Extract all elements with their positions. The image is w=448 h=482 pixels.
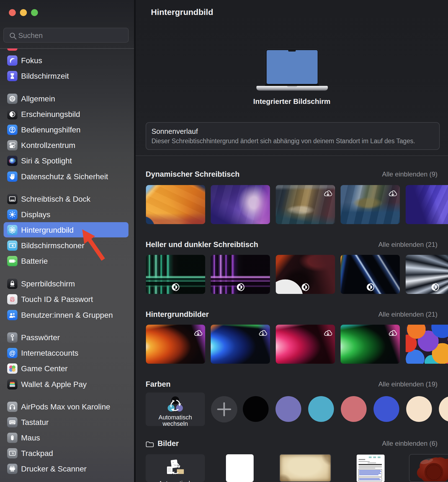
svg-text:@: @ bbox=[9, 350, 15, 357]
